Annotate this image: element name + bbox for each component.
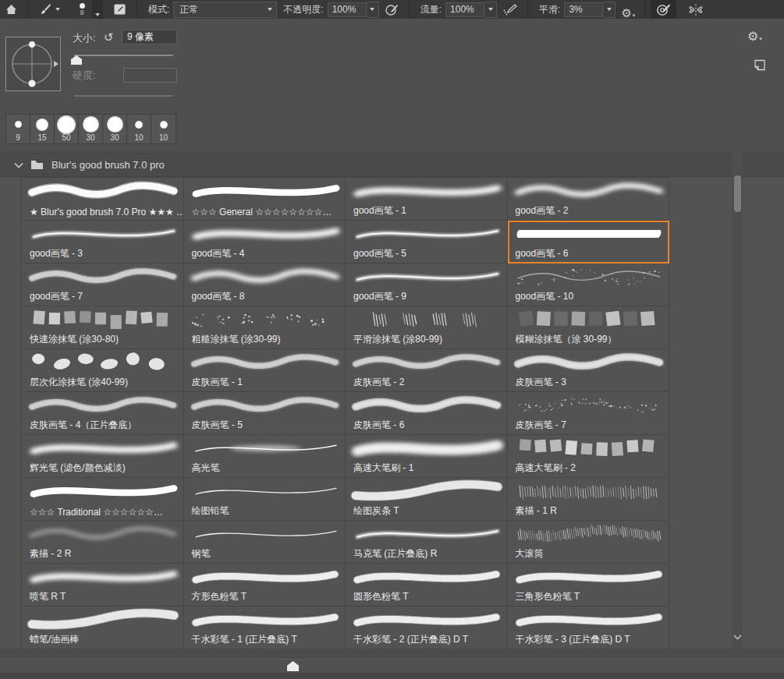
brush-cell[interactable]: 素描 - 1 R (508, 478, 670, 521)
reset-size-icon[interactable]: ↺ (104, 30, 114, 44)
thumbnail-size-slider-thumb[interactable] (287, 661, 299, 671)
brush-preset[interactable]: 50 (55, 115, 79, 143)
thumbnail-size-slider-track[interactable] (0, 660, 784, 673)
chevron-down-icon (55, 8, 60, 11)
brush-cell[interactable]: 皮肤画笔 - 4（正片叠底） (22, 392, 184, 435)
brush-cell[interactable]: good画笔 - 9 (346, 263, 508, 306)
brush-cell[interactable]: 皮肤画笔 - 2 (346, 349, 508, 392)
preset-size-label: 9 (16, 134, 20, 142)
brush-tip-dot (80, 3, 85, 9)
size-input[interactable]: 9 像素 (122, 30, 177, 44)
brush-angle-control[interactable] (5, 37, 61, 91)
brush-cell[interactable]: 皮肤画笔 - 5 (184, 392, 346, 435)
brush-cell[interactable]: 干水彩笔 - 1 (正片叠底) T (184, 607, 346, 649)
size-pressure-icon[interactable] (651, 0, 676, 19)
mode-select[interactable]: 正常 (173, 2, 277, 18)
brush-cell[interactable]: 三角形色粉笔 T (508, 564, 670, 607)
brush-thumbnail (24, 479, 182, 505)
brush-thumbnail (24, 393, 182, 419)
brush-thumbnail (348, 179, 506, 205)
brush-cell[interactable]: 马克笔 (正片叠底) R (346, 521, 508, 564)
brush-cell[interactable]: 模糊涂抹笔（涂 30-99） (508, 306, 670, 349)
brush-cell[interactable]: 高速大笔刷 - 1 (346, 435, 508, 478)
flow-input[interactable]: 100% (445, 2, 484, 17)
brush-preset[interactable]: 10 (127, 115, 151, 143)
brush-preset[interactable]: 9 (6, 115, 30, 143)
brush-cell[interactable]: 辉光笔 (滤色/颜色减淡) (22, 435, 184, 478)
brush-preset[interactable]: 15 (30, 115, 55, 143)
new-brush-icon[interactable] (754, 59, 766, 71)
opacity-dropdown-button[interactable] (367, 2, 379, 18)
brush-cell[interactable]: 蜡笔/油画棒 (22, 607, 184, 649)
tool-preset-picker[interactable] (33, 0, 66, 19)
brush-cell[interactable]: 干水彩笔 - 3 (正片叠底) D T (508, 607, 670, 649)
brush-cell[interactable]: good画笔 - 10 (508, 263, 670, 306)
brush-settings-panel-toggle[interactable] (108, 0, 132, 19)
brush-cell[interactable]: 绘图铅笔 (184, 478, 346, 521)
opacity-pressure-icon[interactable] (379, 0, 404, 19)
opacity-input[interactable]: 100% (328, 2, 367, 17)
brush-cell[interactable]: 平滑涂抹笔 (涂80-99) (346, 306, 508, 349)
brush-cell[interactable]: ☆☆☆ General ☆☆☆☆☆☆☆☆… (184, 178, 346, 221)
brush-cell[interactable]: ★ Blur's good brush 7.0 Pro ★★★ … (22, 178, 184, 221)
brush-label: 大滚筒 (516, 547, 544, 561)
brush-cell[interactable]: 方形色粉笔 T (184, 564, 346, 607)
airbrush-icon[interactable] (497, 0, 523, 19)
scrollbar-thumb[interactable] (734, 175, 741, 212)
brush-cell[interactable]: good画笔 - 5 (346, 221, 508, 263)
brush-cell[interactable]: ☆☆☆ Traditional ☆☆☆☆☆☆… (22, 478, 184, 521)
brush-thumbnail (348, 221, 506, 248)
brush-cell[interactable]: 喷笔 R T (22, 564, 184, 607)
brush-thumbnail (24, 307, 182, 334)
brush-cell[interactable]: good画笔 - 7 (22, 263, 184, 306)
brush-cell[interactable]: 干水彩笔 - 2 (正片叠底) D T (346, 607, 508, 649)
brush-preset[interactable]: 30 (103, 115, 127, 143)
brush-cell[interactable]: 高速大笔刷 - 2 (508, 435, 670, 478)
panel-gear-icon[interactable]: ⚙▾ (747, 30, 762, 44)
brush-cell[interactable]: 圆形色粉笔 T (346, 564, 508, 607)
brush-cell[interactable]: 钢笔 (184, 521, 346, 564)
brush-thumbnail (24, 221, 182, 248)
brush-cell[interactable]: good画笔 - 6 (508, 221, 670, 263)
symmetry-icon[interactable] (683, 0, 709, 19)
brush-preset[interactable]: 30 (79, 115, 103, 143)
brush-cell[interactable]: 皮肤画笔 - 6 (346, 392, 508, 435)
brush-thumbnail (510, 564, 668, 591)
brush-cell[interactable]: 皮肤画笔 - 1 (184, 349, 346, 392)
brush-cell[interactable]: 素描 - 2 R (22, 521, 184, 564)
brush-cell[interactable]: 绘图炭条 T (346, 478, 508, 521)
smoothing-input[interactable]: 3% (564, 2, 603, 17)
preset-dot (135, 121, 143, 129)
smoothing-options-gear-icon[interactable]: ⚙▾ (615, 0, 640, 19)
brush-cell[interactable]: 高光笔 (184, 435, 346, 478)
brush-cell[interactable]: 大滚筒 (508, 521, 670, 564)
brush-cell[interactable]: good画笔 - 8 (184, 263, 346, 306)
brush-thumbnail (24, 436, 182, 462)
size-slider-thumb[interactable] (71, 55, 82, 65)
brush-cell[interactable]: 皮肤画笔 - 3 (508, 349, 670, 392)
brush-thumbnail (510, 350, 668, 377)
home-icon[interactable] (0, 0, 23, 19)
brush-cell[interactable]: good画笔 - 1 (346, 178, 508, 221)
brush-cell[interactable]: 皮肤画笔 - 7 (508, 392, 670, 435)
brush-cell[interactable]: 快速涂抹笔 (涂30-80) (22, 306, 184, 349)
scrollbar-track[interactable] (732, 153, 743, 649)
size-slider-track[interactable] (74, 55, 173, 56)
brush-thumbnail (348, 307, 506, 334)
preset-size-label: 10 (159, 134, 168, 142)
brush-thumbnail (24, 607, 182, 634)
flow-dropdown-button[interactable] (484, 2, 497, 18)
brush-cell[interactable]: good画笔 - 4 (184, 221, 346, 263)
brush-thumbnail (348, 393, 506, 419)
brush-cell[interactable]: 层次化涂抹笔 (涂40-99) (22, 349, 184, 392)
brush-label: 马克笔 (正片叠底) R (353, 547, 437, 561)
brush-cell[interactable]: 粗糙涂抹笔 (涂30-99) (184, 306, 346, 349)
brush-preset[interactable]: 10 (151, 115, 176, 143)
smoothing-dropdown-button[interactable] (603, 2, 615, 18)
brush-cell[interactable]: good画笔 - 3 (22, 221, 184, 263)
brush-preset-dropdown[interactable]: 9 (72, 0, 103, 19)
scroll-down-icon[interactable] (733, 635, 742, 640)
brush-thumbnail (510, 393, 668, 419)
brush-cell[interactable]: good画笔 - 2 (508, 178, 670, 221)
brush-group-header[interactable]: Blur's good brush 7.0 pro (0, 153, 784, 177)
